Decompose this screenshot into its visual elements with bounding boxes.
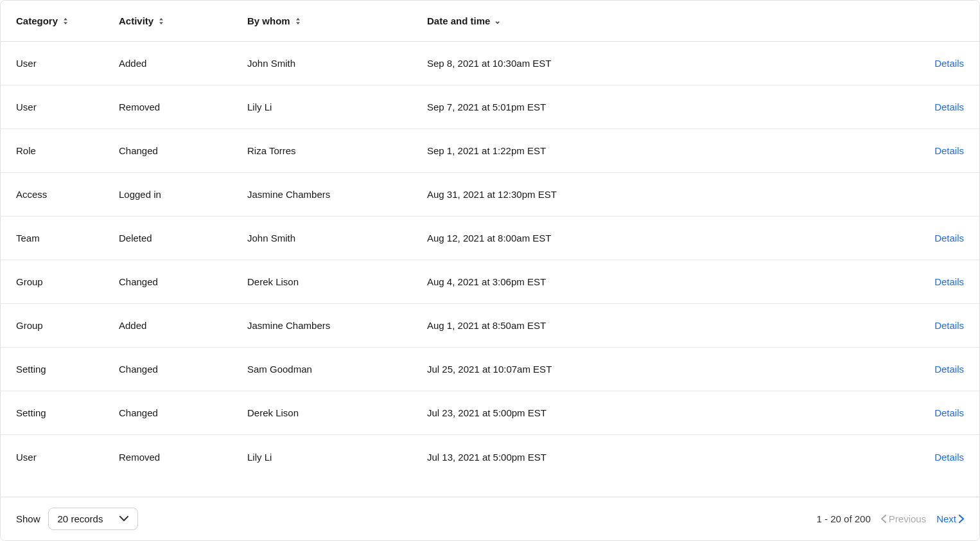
show-records-section: Show 20 records	[16, 508, 138, 530]
cell-datetime: Sep 7, 2021 at 5:01pm EST	[427, 102, 887, 112]
details-link[interactable]: Details	[887, 320, 964, 331]
records-per-page-dropdown[interactable]: 20 records	[48, 508, 138, 530]
cell-bywhom: Jasmine Chambers	[247, 320, 427, 331]
table-row: Group Added Jasmine Chambers Aug 1, 2021…	[1, 304, 979, 348]
cell-datetime: Jul 13, 2021 at 5:00pm EST	[427, 452, 887, 463]
cell-datetime: Sep 1, 2021 at 1:22pm EST	[427, 145, 887, 156]
table-row: Team Deleted John Smith Aug 12, 2021 at …	[1, 217, 979, 260]
cell-category: Access	[16, 189, 119, 200]
records-value: 20 records	[58, 513, 103, 524]
table-row: Setting Changed Sam Goodman Jul 25, 2021…	[1, 348, 979, 391]
cell-activity: Changed	[119, 276, 247, 287]
activity-sort-icon	[157, 17, 165, 25]
cell-datetime: Aug 31, 2021 at 12:30pm EST	[427, 189, 887, 200]
next-button[interactable]: Next	[936, 513, 964, 524]
details-link[interactable]: Details	[887, 233, 964, 244]
table-row: Role Changed Riza Torres Sep 1, 2021 at …	[1, 129, 979, 173]
cell-activity: Added	[119, 58, 247, 69]
details-link[interactable]: Details	[887, 452, 964, 463]
cell-datetime: Aug 4, 2021 at 3:06pm EST	[427, 276, 887, 287]
cell-bywhom: Derek Lison	[247, 276, 427, 287]
details-link[interactable]: Details	[887, 58, 964, 69]
cell-bywhom: John Smith	[247, 58, 427, 69]
table-body: User Added John Smith Sep 8, 2021 at 10:…	[1, 42, 979, 497]
cell-activity: Changed	[119, 364, 247, 375]
cell-category: Setting	[16, 407, 119, 418]
cell-activity: Deleted	[119, 233, 247, 244]
cell-datetime: Aug 12, 2021 at 8:00am EST	[427, 233, 887, 244]
show-label: Show	[16, 513, 40, 524]
cell-category: Group	[16, 276, 119, 287]
cell-category: User	[16, 58, 119, 69]
category-sort-icon	[62, 17, 69, 25]
column-category-label: Category	[16, 15, 58, 26]
table-row: Group Changed Derek Lison Aug 4, 2021 at…	[1, 260, 979, 304]
table-row: User Removed Lily Li Sep 7, 2021 at 5:01…	[1, 85, 979, 129]
cell-datetime: Jul 25, 2021 at 10:07am EST	[427, 364, 887, 375]
cell-datetime: Aug 1, 2021 at 8:50am EST	[427, 320, 887, 331]
dropdown-chevron-icon	[119, 516, 128, 522]
column-activity-label: Activity	[119, 15, 153, 26]
cell-bywhom: John Smith	[247, 233, 427, 244]
cell-activity: Logged in	[119, 189, 247, 200]
table-row: Access Logged in Jasmine Chambers Aug 31…	[1, 173, 979, 217]
table-row: User Added John Smith Sep 8, 2021 at 10:…	[1, 42, 979, 85]
cell-bywhom: Riza Torres	[247, 145, 427, 156]
cell-category: User	[16, 452, 119, 463]
cell-bywhom: Sam Goodman	[247, 364, 427, 375]
cell-category: Team	[16, 233, 119, 244]
column-header-bywhom[interactable]: By whom	[247, 15, 427, 26]
details-link[interactable]: Details	[887, 364, 964, 375]
table-header: Category Activity By whom	[1, 1, 979, 42]
cell-bywhom: Derek Lison	[247, 407, 427, 418]
column-header-category[interactable]: Category	[16, 15, 119, 26]
cell-bywhom: Lily Li	[247, 102, 427, 112]
pagination-section: 1 - 20 of 200 Previous Next	[817, 513, 964, 524]
column-datetime-label: Date and time	[427, 15, 490, 26]
column-bywhom-label: By whom	[247, 15, 290, 26]
cell-category: Group	[16, 320, 119, 331]
details-link[interactable]: Details	[887, 407, 964, 418]
details-link[interactable]: Details	[887, 276, 964, 287]
next-chevron-icon	[959, 515, 964, 523]
cell-category: Setting	[16, 364, 119, 375]
cell-bywhom: Lily Li	[247, 452, 427, 463]
details-link[interactable]: Details	[887, 102, 964, 112]
table-row: Setting Changed Derek Lison Jul 23, 2021…	[1, 391, 979, 435]
cell-activity: Removed	[119, 102, 247, 112]
table-footer: Show 20 records 1 - 20 of 200 Previous N…	[1, 497, 979, 540]
pagination-info: 1 - 20 of 200	[817, 513, 871, 524]
previous-button: Previous	[881, 513, 926, 524]
activity-log-table: Category Activity By whom	[0, 0, 980, 541]
cell-activity: Changed	[119, 407, 247, 418]
datetime-sort-icon: ⌄	[494, 16, 501, 26]
cell-activity: Removed	[119, 452, 247, 463]
cell-datetime: Jul 23, 2021 at 5:00pm EST	[427, 407, 887, 418]
cell-activity: Added	[119, 320, 247, 331]
cell-datetime: Sep 8, 2021 at 10:30am EST	[427, 58, 887, 69]
cell-bywhom: Jasmine Chambers	[247, 189, 427, 200]
table-row: User Removed Lily Li Jul 13, 2021 at 5:0…	[1, 435, 979, 479]
bywhom-sort-icon	[294, 17, 302, 25]
column-header-activity[interactable]: Activity	[119, 15, 247, 26]
column-header-datetime[interactable]: Date and time ⌄	[427, 15, 887, 26]
prev-chevron-icon	[881, 515, 886, 523]
cell-activity: Changed	[119, 145, 247, 156]
cell-category: Role	[16, 145, 119, 156]
cell-category: User	[16, 102, 119, 112]
details-link[interactable]: Details	[887, 145, 964, 156]
